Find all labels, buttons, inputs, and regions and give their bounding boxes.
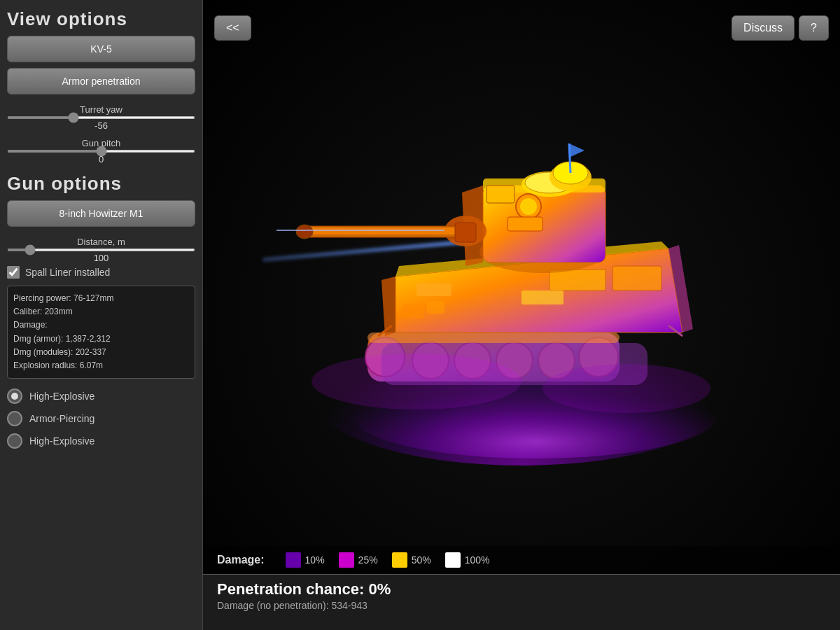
svg-rect-28 [486,186,514,203]
damage-item-10: 10% [286,552,325,568]
info-explosion: Explosion radius: 6.07m [13,359,189,372]
damage-item-100: 100% [445,552,490,568]
ammo-type-group: High-Explosive Armor-Piercing High-Explo… [7,388,195,449]
ammo-type-he2[interactable]: High-Explosive [7,433,195,449]
turret-yaw-slider[interactable] [7,116,195,119]
top-right-buttons: Discuss ? [732,15,829,41]
damage-color-10 [286,552,301,568]
damage-item-25: 25% [339,552,378,568]
main-view: << Discuss ? [203,0,840,630]
damage-pct-10: 10% [305,554,325,566]
ammo-label-he2: High-Explosive [29,435,94,447]
distance-slider[interactable] [7,248,195,251]
spall-liner-checkbox[interactable] [7,266,20,279]
tank-svg-container [276,94,766,479]
gun-select-button[interactable]: 8-inch Howitzer M1 [7,200,195,227]
damage-color-25 [339,552,354,568]
damage-pct-25: 25% [358,554,378,566]
spall-liner-row[interactable]: Spall Liner installed [7,266,195,279]
svg-rect-38 [427,301,444,314]
radio-ap[interactable] [7,411,22,426]
svg-rect-29 [507,217,542,231]
top-bar: << Discuss ? [203,0,840,56]
left-panel: View options KV-5 Armor penetration Turr… [0,0,203,630]
damage-legend-label: Damage: [217,554,265,566]
ammo-info-box: Piercing power: 76-127mm Caliber: 203mm … [7,286,195,379]
ammo-label-he1: High-Explosive [29,391,94,402]
distance-value: 100 [7,253,195,263]
radio-he1[interactable] [7,388,22,404]
damage-color-100 [445,552,461,568]
info-dmg-armor: Dmg (armor): 1,387-2,312 [13,332,189,346]
svg-rect-17 [416,284,451,296]
damage-pct-100: 100% [465,554,490,566]
info-piercing: Piercing power: 76-127mm [13,292,189,305]
damage-pct-50: 50% [412,554,431,566]
status-bar: Penetration chance: 0% Damage (no penetr… [203,574,840,630]
damage-no-pen: Damage (no penetration): 534-943 [217,600,826,611]
back-button[interactable]: << [214,15,251,41]
info-caliber: Caliber: 203mm [13,305,189,318]
svg-rect-34 [455,223,476,242]
ammo-label-ap: Armor-Piercing [29,413,94,424]
svg-rect-37 [402,304,424,318]
radio-he2[interactable] [7,433,22,449]
svg-rect-16 [522,290,564,304]
svg-marker-36 [569,144,584,158]
svg-point-44 [542,364,710,413]
svg-rect-15 [612,266,662,290]
svg-point-43 [312,354,522,410]
gun-pitch-value: 0 [7,154,195,164]
discuss-button[interactable]: Discuss [732,15,794,41]
damage-item-50: 50% [392,552,431,568]
damage-color-50 [392,552,407,568]
help-button[interactable]: ? [799,15,829,41]
gun-pitch-slider[interactable] [7,150,195,153]
damage-bar: Damage: 10% 25% 50% 100% [203,546,840,574]
penetration-chance: Penetration chance: 0% [217,580,826,598]
armor-penetration-button[interactable]: Armor penetration [7,68,195,94]
svg-rect-14 [550,270,606,290]
info-damage: Damage: [13,318,189,332]
tank-select-button[interactable]: KV-5 [7,36,195,62]
tank-area [203,42,840,532]
ammo-type-he1[interactable]: High-Explosive [7,388,195,404]
svg-point-27 [520,198,537,215]
gun-options-title: Gun options [7,173,195,195]
tank-svg [276,94,766,458]
svg-rect-8 [368,332,620,343]
info-dmg-modules: Dmg (modules): 202-337 [13,346,189,359]
view-options-title: View options [7,8,195,30]
spall-liner-label[interactable]: Spall Liner installed [25,267,110,278]
turret-yaw-value: -56 [7,120,195,131]
ammo-type-ap[interactable]: Armor-Piercing [7,411,195,426]
